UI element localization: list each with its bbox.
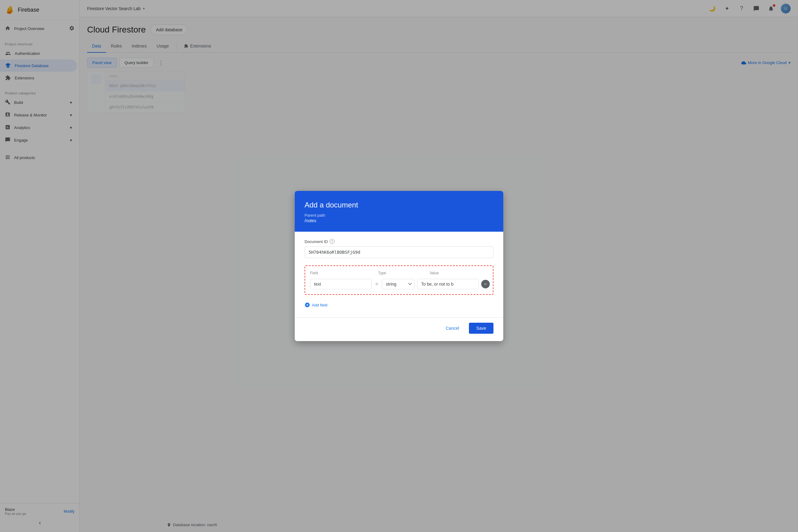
document-id-label: Document ID ? (305, 239, 493, 244)
fields-section: Field Type Value = string number boolean… (305, 265, 493, 295)
field-type-select[interactable]: string number boolean map array null tim… (382, 279, 415, 289)
document-id-section: Document ID ? (305, 239, 493, 258)
dialog-body: Document ID ? Field Type Value = (295, 232, 503, 318)
modal-overlay[interactable]: Add a document Parent path /notes Docume… (0, 0, 798, 532)
save-button[interactable]: Save (469, 323, 493, 334)
field-col-header: Field (310, 271, 368, 275)
dialog-title: Add a document (305, 201, 493, 209)
field-name-input[interactable] (310, 279, 372, 289)
dialog-parent-path-label: Parent path (305, 213, 493, 217)
dialog-header: Add a document Parent path /notes (295, 191, 503, 232)
add-document-dialog: Add a document Parent path /notes Docume… (295, 191, 503, 341)
add-field-button[interactable]: Add field (305, 300, 493, 310)
field-value-input[interactable] (417, 279, 479, 289)
value-col-header: Value (430, 271, 488, 275)
add-field-label: Add field (312, 303, 328, 307)
dialog-parent-path-value: /notes (305, 218, 493, 223)
field-row-1: = string number boolean map array null t… (310, 279, 488, 289)
dialog-footer: Cancel Save (295, 318, 503, 341)
cancel-button[interactable]: Cancel (438, 323, 467, 334)
document-id-help-icon[interactable]: ? (330, 239, 334, 244)
add-field-icon (305, 302, 310, 308)
fields-column-headers: Field Type Value (310, 271, 488, 275)
equals-sign: = (374, 281, 379, 287)
type-col-header: Type (378, 271, 427, 275)
remove-field-button[interactable] (481, 280, 490, 288)
document-id-input[interactable] (305, 246, 493, 258)
